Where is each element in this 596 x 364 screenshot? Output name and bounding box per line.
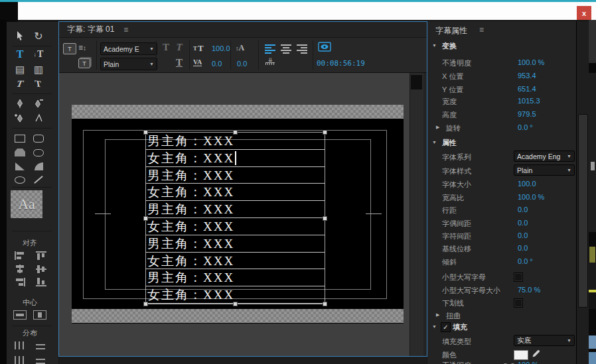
leading-value[interactable]: 0.0 xyxy=(237,60,247,68)
kerning-value[interactable]: 0.0 xyxy=(212,60,222,68)
bottom-strip xyxy=(59,357,427,364)
title-text-line[interactable]: 男主角：XXX xyxy=(146,201,325,218)
center-horizontal-icon[interactable] xyxy=(13,310,27,320)
transform-section-header[interactable]: ▼ 变换 xyxy=(427,41,576,53)
vertical-path-type-tool[interactable]: T xyxy=(31,77,46,91)
rectangle-tool[interactable] xyxy=(12,131,28,146)
align-vertical-center-icon[interactable] xyxy=(36,265,46,273)
title-text-line[interactable]: 男主角：XXX xyxy=(146,235,325,253)
font-family-dropdown[interactable]: Academy E ▼ xyxy=(100,42,157,55)
close-button[interactable]: x xyxy=(577,6,591,20)
line-tool[interactable] xyxy=(31,172,46,187)
path-type-tool[interactable]: T xyxy=(12,77,28,91)
text-object-bounding-box[interactable]: 男主角：XXX 女主角：XXX 男主角：XXX 女主角：XXX 男主角：XXX … xyxy=(145,132,325,304)
properties-panel-title: 字幕属性 xyxy=(435,25,467,36)
title-text-line[interactable]: 男主角：XXX xyxy=(146,269,325,286)
rounded-corner-rectangle-tool[interactable] xyxy=(31,145,46,160)
align-horizontal-center-icon[interactable] xyxy=(15,265,25,273)
property-row-height: 高度 979.5 xyxy=(427,109,576,121)
align-text-center-button[interactable] xyxy=(281,44,291,54)
center-vertical-icon[interactable] xyxy=(33,310,46,320)
align-vertical-bottom-icon[interactable] xyxy=(36,278,46,286)
area-type-tool[interactable]: ▤ xyxy=(12,62,28,77)
title-text-line[interactable]: 女主角：XXX xyxy=(146,253,325,270)
title-text-line[interactable]: 女主角：XXX xyxy=(146,218,325,235)
font-size-value[interactable]: 100.0 xyxy=(212,44,230,52)
property-row-underline: 下划线 xyxy=(427,298,576,310)
handle-bottom-left[interactable] xyxy=(143,302,148,306)
roll-crawl-options-button[interactable]: ≡ ↕ xyxy=(78,43,86,52)
distribute-vertical-top-icon[interactable] xyxy=(36,341,45,349)
canvas-scrollbar-thumb[interactable] xyxy=(411,75,422,90)
collapse-triangle-icon[interactable]: ▼ xyxy=(432,324,437,329)
handle-bottom-right[interactable] xyxy=(323,302,327,306)
fill-type-dropdown[interactable]: 实底 ▼ xyxy=(514,335,575,346)
panel-menu-icon[interactable]: ≡ xyxy=(123,25,128,34)
property-row-tracking: 字符间距 0.0 xyxy=(427,231,576,243)
fill-section-header[interactable]: ▼ ✓ 填充 xyxy=(427,322,576,334)
background-video-timecode[interactable]: 00:08:56:19 xyxy=(317,59,365,68)
handle-middle-right[interactable] xyxy=(323,216,327,221)
color-swatch[interactable] xyxy=(514,350,528,360)
expand-triangle-icon[interactable]: ▶ xyxy=(436,125,439,130)
templates-button[interactable]: T xyxy=(78,58,90,68)
align-text-right-button[interactable] xyxy=(297,44,307,54)
handle-top-left[interactable] xyxy=(143,130,148,135)
font-family-dropdown[interactable]: Academy Eng ▼ xyxy=(514,151,575,162)
panel-menu-icon[interactable]: ≡ xyxy=(479,25,484,34)
show-background-video-button[interactable] xyxy=(318,42,331,52)
pen-tool[interactable] xyxy=(12,96,28,111)
font-style-dropdown[interactable]: Plain ▼ xyxy=(514,164,575,176)
canvas-scrollbar[interactable] xyxy=(410,73,423,356)
add-anchor-point-tool[interactable] xyxy=(12,111,28,125)
distribute-vertical-center-icon[interactable] xyxy=(36,356,45,364)
bold-button[interactable]: T xyxy=(160,42,172,54)
style-preview-swatch[interactable]: Aa xyxy=(11,190,42,218)
attributes-section-header[interactable]: ▼ 属性 xyxy=(427,138,576,150)
distribute-horizontal-left-icon[interactable] xyxy=(15,341,24,349)
collapse-triangle-icon[interactable]: ▼ xyxy=(432,43,437,48)
font-size-icon: T T xyxy=(193,43,204,54)
arc-tool[interactable] xyxy=(31,159,46,174)
selection-tool[interactable] xyxy=(12,29,28,43)
title-text-line[interactable]: 女主角：XXX xyxy=(146,184,325,201)
handle-bottom-middle[interactable] xyxy=(233,302,238,306)
vertical-area-type-tool[interactable]: ▥ xyxy=(31,62,46,77)
italic-button[interactable]: T xyxy=(173,42,185,54)
distribute-horizontal-center-icon[interactable] xyxy=(15,356,24,364)
up-down-arrows-icon: ↕ xyxy=(83,44,86,52)
align-vertical-top-icon[interactable] xyxy=(36,251,46,260)
small-caps-checkbox[interactable] xyxy=(514,273,523,282)
ellipse-tool[interactable] xyxy=(12,172,28,187)
handle-middle-left[interactable] xyxy=(143,216,148,221)
tool-group-divider xyxy=(12,187,52,188)
property-row-baseline-shift: 基线位移 0.0 xyxy=(427,243,576,255)
type-tool[interactable]: T xyxy=(12,47,28,62)
properties-scrollbar-thumb[interactable] xyxy=(578,114,588,308)
collapse-triangle-icon[interactable]: ▼ xyxy=(432,140,437,145)
handle-top-right[interactable] xyxy=(323,130,327,135)
rounded-rectangle-tool[interactable] xyxy=(31,131,46,146)
eyedropper-icon[interactable] xyxy=(531,349,540,360)
convert-anchor-point-tool[interactable] xyxy=(31,111,46,125)
align-horizontal-left-icon[interactable] xyxy=(15,251,25,260)
underline-checkbox[interactable] xyxy=(514,298,523,308)
font-style-dropdown[interactable]: Plain ▼ xyxy=(100,58,157,70)
new-title-based-on-current-button[interactable]: T xyxy=(63,43,76,54)
title-text-line[interactable]: 男主角：XXX xyxy=(146,167,325,184)
delete-anchor-point-tool[interactable] xyxy=(31,96,46,111)
handle-top-middle[interactable] xyxy=(233,130,238,135)
title-editor-window: x ↻ T ↓ T ▤ ▥ T T xyxy=(0,0,596,364)
fill-enabled-checkbox[interactable]: ✓ xyxy=(441,322,451,332)
tab-stops-button[interactable]: ⇊ xyxy=(265,58,275,65)
underline-button[interactable]: T xyxy=(173,57,185,69)
wedge-tool[interactable] xyxy=(12,159,28,174)
rotation-tool[interactable]: ↻ xyxy=(31,29,46,43)
align-horizontal-right-icon[interactable] xyxy=(15,278,25,286)
property-row-font-style: 字体样式 Plain ▼ xyxy=(427,166,576,178)
title-text-line[interactable]: 男主角：XXX xyxy=(146,133,325,150)
expand-triangle-icon[interactable]: ▶ xyxy=(436,312,439,318)
vertical-type-tool[interactable]: ↓ T xyxy=(31,47,46,62)
align-text-left-button[interactable] xyxy=(265,44,275,54)
clipped-corner-rectangle-tool[interactable] xyxy=(12,145,28,160)
